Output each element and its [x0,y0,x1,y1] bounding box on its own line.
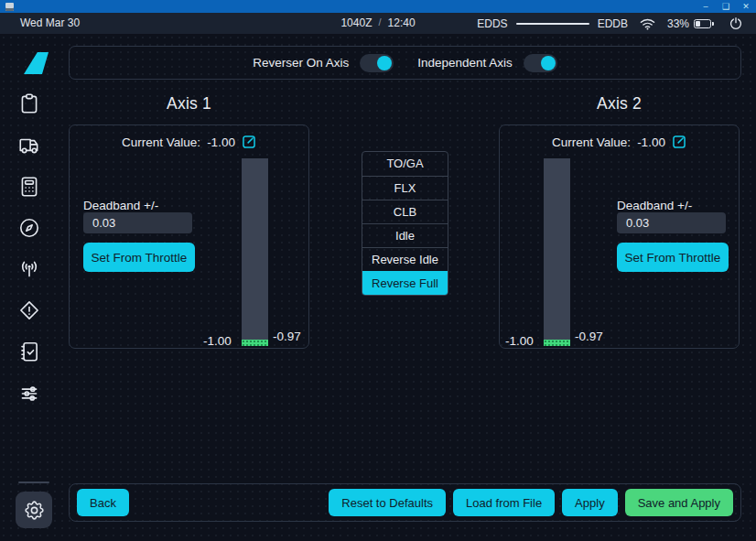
axis1-set-from-throttle-button[interactable]: Set From Throttle [83,243,195,272]
reset-to-defaults-button[interactable]: Reset to Defaults [329,489,446,516]
axis1-card: Current Value: -1.00 Deadband +/- Set Fr… [69,124,309,349]
detent-item-clb[interactable]: CLB [362,200,448,223]
axis1-detent-range-segment [242,340,268,346]
sidebar-item-navigation[interactable] [15,213,44,243]
time-separator: / [378,16,381,29]
detent-item-idle[interactable]: Idle [362,223,448,247]
origin-airport: EDDS [477,17,507,30]
app-icon [5,3,14,11]
independent-axis-toggle[interactable] [524,54,557,72]
battery-status: 33% [667,17,711,30]
axis2-deadband-input[interactable] [617,212,726,233]
gear-icon [23,499,46,522]
axis2-set-from-throttle-button[interactable]: Set From Throttle [617,243,729,272]
sidebar-item-presets[interactable] [15,379,44,408]
detent-item-reverse-full[interactable]: Reverse Full [362,271,448,295]
axis2-current-value-label: Current Value: [552,135,631,149]
edit-icon[interactable] [672,135,686,149]
sidebar-item-dashboard[interactable] [15,89,44,118]
save-and-apply-button[interactable]: Save and Apply [625,489,733,516]
axis1-current-value-label: Current Value: [122,135,200,149]
flight-progress: EDDS EDDB [477,17,628,30]
sidebar-item-failures[interactable] [15,296,44,325]
load-from-file-button[interactable]: Load from File [453,489,555,516]
axis1-title: Axis 1 [69,94,309,114]
axis1-value-bar [242,158,268,346]
sidebar [0,34,59,541]
warning-diamond-icon [17,298,41,322]
axis2-detent-range-segment [544,340,570,346]
axis2-card: Current Value: -1.00 Deadband +/- Set Fr… [499,124,740,349]
clipboard-icon [17,92,41,115]
window-titlebar: – ❑ ✕ [0,0,756,13]
checklist-icon [17,340,41,363]
axis2-deadband-label: Deadband +/- [617,199,736,212]
wifi-icon[interactable] [640,17,655,30]
axis1-deadband-input[interactable] [83,212,192,233]
axis-options-panel: Reverser On Axis Independent Axis [69,46,741,80]
window-maximize-button[interactable]: ❑ [719,1,732,12]
axis2-range-high: -0.97 [575,330,603,343]
axis1-range-high: -0.97 [273,330,301,343]
battery-icon [694,19,711,28]
truck-icon [17,134,41,157]
window-close-button[interactable]: ✕ [740,1,752,12]
axis2-current-value: -1.00 [637,135,665,149]
axis2-title: Axis 2 [499,94,740,114]
local-time: 12:40 [388,16,416,29]
axis1-range-low: -1.00 [203,334,232,348]
reverser-on-axis-label: Reverser On Axis [253,56,349,70]
footer-bar: Back Reset to Defaults Load from File Ap… [69,483,741,522]
axis1-current-value: -1.00 [207,135,235,149]
detent-list: TO/GA FLX CLB Idle Reverse Idle Reverse … [362,151,448,296]
app-window: – ❑ ✕ Wed Mar 30 1040Z / 12:40 EDDS EDDB [0,0,756,541]
power-icon[interactable] [729,16,743,31]
statusbar-clock[interactable]: 1040Z / 12:40 [340,16,415,29]
flight-progress-line [516,23,589,25]
sidebar-item-checklists[interactable] [15,337,44,366]
detent-item-flx[interactable]: FLX [362,176,448,200]
compass-icon [17,216,41,240]
calculator-icon [17,175,41,199]
destination-airport: EDDB [598,17,628,30]
sidebar-item-performance[interactable] [15,172,44,201]
statusbar-date: Wed Mar 30 [20,16,80,29]
battery-percent: 33% [667,17,689,30]
sidebar-item-dispatch[interactable] [15,131,44,160]
sidebar-item-settings-active[interactable] [16,492,52,528]
sliders-icon [17,382,41,406]
statusbar: Wed Mar 30 1040Z / 12:40 EDDS EDDB 33 [0,13,756,34]
back-button[interactable]: Back [77,489,129,516]
detent-item-toga[interactable]: TO/GA [362,152,448,176]
edit-icon[interactable] [242,135,256,149]
independent-axis-label: Independent Axis [417,56,513,70]
detent-item-reverse-idle[interactable]: Reverse Idle [362,247,448,271]
axis2-range-low: -1.00 [505,334,534,348]
utc-time: 1040Z [340,16,372,29]
content-area: Reverser On Axis Independent Axis Axis 1… [0,34,756,541]
axis1-deadband-label: Deadband +/- [83,199,202,212]
window-minimize-button[interactable]: – [699,1,712,12]
axis2-value-bar [544,158,570,346]
antenna-icon [17,257,41,281]
apply-button[interactable]: Apply [562,489,618,516]
sidebar-item-atc[interactable] [15,254,44,284]
sidebar-divider [18,481,49,483]
flybywire-logo [24,52,49,74]
reverser-on-axis-toggle[interactable] [360,54,394,72]
